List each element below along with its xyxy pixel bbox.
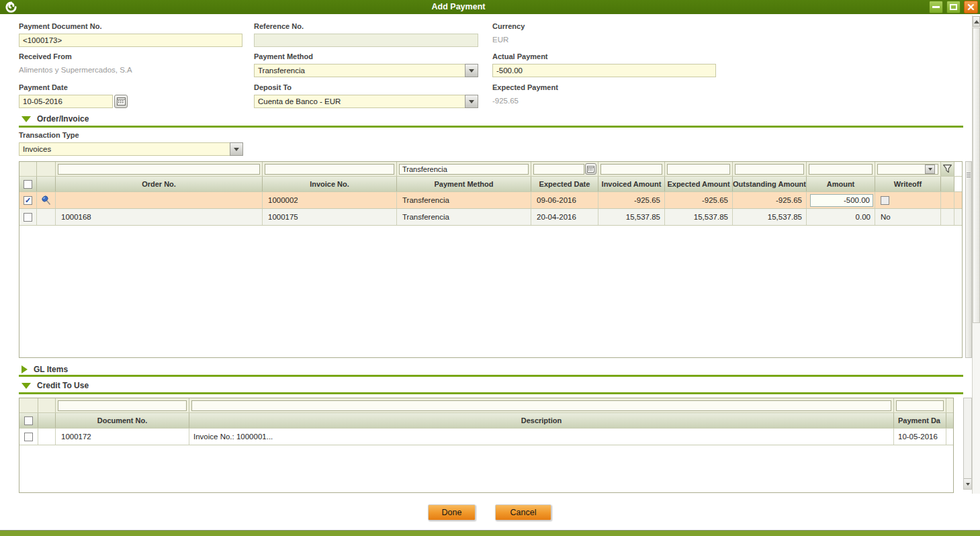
column-header-description[interactable]: Description bbox=[189, 413, 894, 428]
cell-invoiced-amount: 15,537.85 bbox=[598, 209, 665, 225]
collapse-triangle-icon[interactable] bbox=[21, 116, 31, 122]
outstanding-amount-filter-input[interactable] bbox=[735, 164, 804, 175]
payment-date-filter-input[interactable] bbox=[896, 400, 944, 411]
scroll-down-button[interactable] bbox=[964, 478, 971, 489]
expected-amount-filter-input[interactable] bbox=[667, 164, 730, 175]
row-cell bbox=[19, 429, 38, 445]
column-header-payment-date[interactable]: Payment Da bbox=[894, 413, 946, 428]
expected-date-filter-input[interactable] bbox=[533, 164, 584, 175]
select-all-checkbox[interactable] bbox=[24, 180, 32, 189]
chevron-down-icon[interactable] bbox=[465, 64, 478, 77]
scrollbar-thumb[interactable] bbox=[973, 28, 980, 323]
payment-date-input[interactable]: 10-05-2016 bbox=[19, 95, 113, 108]
amount-filter-input[interactable] bbox=[809, 164, 873, 175]
section-gl-items[interactable]: GL Items bbox=[21, 365, 68, 374]
filter-cell bbox=[38, 398, 56, 412]
order-invoice-grid-scrollbar[interactable] bbox=[965, 161, 972, 358]
writeoff-filter-select[interactable] bbox=[877, 164, 938, 175]
transaction-type-label: Transaction Type bbox=[19, 131, 243, 139]
expected-payment-label: Expected Payment bbox=[492, 83, 716, 91]
payment-method-filter-input[interactable]: Transferencia bbox=[399, 164, 529, 175]
column-header-outstanding-amount[interactable]: Outstanding Amount bbox=[733, 177, 807, 191]
order-no-filter-input[interactable] bbox=[58, 164, 260, 175]
payment-document-no-input[interactable]: <1000173> bbox=[19, 34, 242, 47]
section-title: Order/Invoice bbox=[37, 114, 89, 124]
credit-grid: Document No. Description Payment Da 1000… bbox=[19, 398, 954, 493]
done-button[interactable]: Done bbox=[428, 504, 476, 521]
column-header-order-no[interactable]: Order No. bbox=[56, 177, 263, 191]
reference-no-input[interactable] bbox=[254, 34, 478, 47]
cell-amount: 0.00 bbox=[807, 209, 875, 225]
section-order-invoice[interactable]: Order/Invoice bbox=[21, 114, 89, 124]
filter-cell bbox=[598, 162, 665, 176]
invoiced-amount-filter-input[interactable] bbox=[600, 164, 662, 175]
header-cell bbox=[946, 413, 953, 428]
row-checkbox[interactable] bbox=[24, 433, 33, 441]
calendar-icon[interactable] bbox=[585, 163, 596, 175]
window-title: Add Payment bbox=[0, 0, 917, 14]
row-checkbox[interactable] bbox=[24, 213, 32, 222]
filter-cell bbox=[954, 162, 962, 176]
filter-cell bbox=[733, 162, 807, 176]
select-all-checkbox[interactable] bbox=[24, 416, 33, 425]
invoice-no-filter-input[interactable] bbox=[265, 164, 394, 175]
document-no-filter-input[interactable] bbox=[58, 400, 187, 411]
chevron-down-icon[interactable] bbox=[465, 95, 478, 108]
header-cell bbox=[38, 413, 56, 428]
row-checkbox[interactable]: ✓ bbox=[24, 196, 32, 205]
section-title: Credit To Use bbox=[37, 381, 89, 390]
actual-payment-input[interactable]: -500.00 bbox=[492, 64, 716, 77]
expand-triangle-icon[interactable] bbox=[21, 365, 28, 373]
credit-grid-scrollbar[interactable] bbox=[963, 398, 972, 490]
column-header-invoiced-amount[interactable]: Invoiced Amount bbox=[598, 177, 665, 191]
close-icon: ✕ bbox=[967, 2, 975, 12]
credit-row-1[interactable]: 1000172 Invoice No.: 1000001... 10-05-20… bbox=[19, 429, 953, 445]
writeoff-checkbox[interactable] bbox=[881, 196, 889, 205]
description-filter-input[interactable] bbox=[191, 400, 891, 411]
row-cell bbox=[941, 192, 954, 208]
column-header-document-no[interactable]: Document No. bbox=[56, 413, 189, 428]
section-divider bbox=[19, 126, 963, 128]
reference-no-label: Reference No. bbox=[254, 22, 478, 30]
maximize-icon bbox=[950, 4, 957, 10]
invoice-row-2[interactable]: 1000168 1000175 Transferencia 20-04-2016… bbox=[19, 209, 962, 226]
invoice-row-1[interactable]: ✓ 1000002 Transferencia 09-06-2016 -925.… bbox=[19, 192, 962, 209]
amount-edit-input[interactable]: -500.00 bbox=[810, 194, 873, 207]
column-header-expected-date[interactable]: Expected Date bbox=[531, 177, 598, 191]
deposit-to-select[interactable]: Cuenta de Banco - EUR bbox=[254, 95, 478, 108]
calendar-icon[interactable] bbox=[114, 95, 128, 108]
collapse-triangle-icon[interactable] bbox=[21, 383, 31, 389]
filter-cell bbox=[189, 398, 894, 412]
deposit-to-label: Deposit To bbox=[254, 83, 478, 91]
filter-cell bbox=[875, 162, 941, 176]
column-header-payment-method[interactable]: Payment Method bbox=[397, 177, 531, 191]
filter-cell bbox=[56, 162, 263, 176]
row-cell bbox=[954, 209, 962, 225]
chevron-down-icon[interactable] bbox=[925, 165, 935, 174]
column-header-invoice-no[interactable]: Invoice No. bbox=[263, 177, 397, 191]
cell-writeoff: No bbox=[875, 209, 941, 225]
section-credit-to-use[interactable]: Credit To Use bbox=[21, 381, 89, 390]
payment-method-select[interactable]: Transferencia bbox=[254, 64, 478, 77]
column-header-expected-amount[interactable]: Expected Amount bbox=[665, 177, 733, 191]
filter-funnel-cell[interactable] bbox=[941, 162, 954, 176]
filter-cell bbox=[894, 398, 946, 412]
chevron-down-icon[interactable] bbox=[230, 142, 243, 156]
transaction-type-select[interactable]: Invoices bbox=[19, 142, 243, 156]
payment-method-value: Transferencia bbox=[254, 64, 465, 77]
payment-method-label: Payment Method bbox=[254, 52, 478, 60]
cell-order-no: 1000168 bbox=[56, 209, 263, 225]
scroll-up-button[interactable] bbox=[973, 16, 980, 27]
bottom-status-bar bbox=[0, 530, 980, 536]
currency-label: Currency bbox=[492, 22, 716, 30]
cell-invoice-no: 1000175 bbox=[263, 209, 397, 225]
filter-cell bbox=[56, 398, 189, 412]
dialog-scrollbar[interactable] bbox=[972, 15, 980, 494]
column-header-amount[interactable]: Amount bbox=[807, 177, 875, 191]
maximize-button[interactable] bbox=[946, 1, 961, 13]
column-header-writeoff[interactable]: Writeoff bbox=[875, 177, 941, 191]
received-from-label: Received From bbox=[19, 52, 242, 60]
minimize-button[interactable] bbox=[929, 1, 943, 13]
close-button[interactable]: ✕ bbox=[964, 1, 978, 13]
cancel-button[interactable]: Cancel bbox=[495, 504, 551, 521]
